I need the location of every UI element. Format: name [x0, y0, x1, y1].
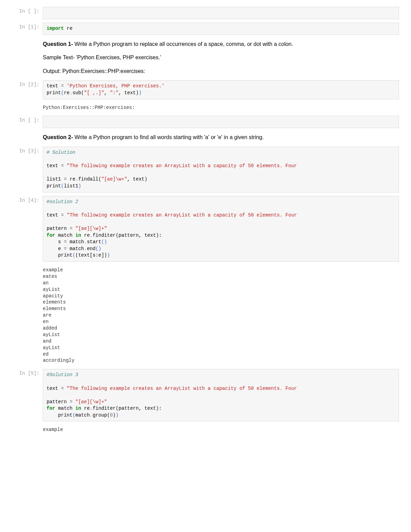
sample-text: Sample Text- 'Python Exercises, PHP exer…: [43, 53, 399, 62]
code-cell-empty-2: In [ ]:: [7, 116, 399, 128]
code-editor[interactable]: #solution 2 text = "The following exampl…: [43, 196, 399, 262]
text-content: Question 1- Write a Python program to re…: [43, 38, 399, 77]
markdown-cell-q2: Question 2- Write a Python program to fi…: [7, 132, 399, 143]
code-cell-empty-1: In [ ]:: [7, 7, 399, 19]
question-text: Write a Python program to replace all oc…: [73, 41, 293, 47]
prompt: In [5]:: [7, 369, 43, 421]
input-area[interactable]: [43, 7, 399, 19]
input-area[interactable]: #solution 2 text = "The following exampl…: [43, 196, 399, 262]
output-text: example eates an ayList apacity elements…: [43, 265, 399, 366]
prompt-empty: [7, 38, 43, 77]
input-area[interactable]: text = 'Python Exercises, PHP exercises.…: [43, 80, 399, 99]
prompt-empty: [7, 425, 43, 435]
code-editor[interactable]: #Solution 3 text = "The following exampl…: [43, 369, 399, 421]
question-title: Question 1-: [43, 41, 73, 47]
input-area[interactable]: import re: [43, 23, 399, 35]
prompt-empty: [7, 103, 43, 113]
prompt: In [3]:: [7, 147, 43, 193]
output-text: example: [43, 425, 399, 435]
markdown-cell-q1: Question 1- Write a Python program to re…: [7, 38, 399, 77]
input-area[interactable]: #Solution 3 text = "The following exampl…: [43, 369, 399, 421]
output-cell-5: example: [7, 425, 399, 435]
output-cell-4: example eates an ayList apacity elements…: [7, 265, 399, 366]
question-title: Question 2-: [43, 134, 73, 140]
code-editor[interactable]: [43, 7, 399, 19]
prompt-empty: [7, 132, 43, 143]
prompt-empty: [7, 265, 43, 366]
code-editor[interactable]: # Solution text = "The following example…: [43, 147, 399, 193]
output-area: example: [43, 425, 399, 435]
input-area[interactable]: # Solution text = "The following example…: [43, 147, 399, 193]
prompt: In [ ]:: [7, 7, 43, 19]
prompt: In [4]:: [7, 196, 43, 262]
output-text: Output: Python:Exercises::PHP:exercises:: [43, 67, 399, 76]
code-cell-1: In [1]: import re: [7, 23, 399, 35]
prompt: In [1]:: [7, 23, 43, 35]
output-text: Python:Exercises::PHP:exercises:: [43, 103, 399, 113]
code-editor[interactable]: text = 'Python Exercises, PHP exercises.…: [43, 80, 399, 99]
question-text: Write a Python program to find all words…: [73, 134, 264, 140]
prompt: In [ ]:: [7, 116, 43, 128]
code-cell-5: In [5]: #Solution 3 text = "The followin…: [7, 369, 399, 421]
code-cell-3: In [3]: # Solution text = "The following…: [7, 147, 399, 193]
output-cell-2: Python:Exercises::PHP:exercises:: [7, 103, 399, 113]
output-area: example eates an ayList apacity elements…: [43, 265, 399, 366]
code-editor[interactable]: [43, 116, 399, 128]
code-cell-4: In [4]: #solution 2 text = "The followin…: [7, 196, 399, 262]
input-area[interactable]: [43, 116, 399, 128]
text-content: Question 2- Write a Python program to fi…: [43, 132, 399, 143]
prompt: In [2]:: [7, 80, 43, 99]
output-area: Python:Exercises::PHP:exercises:: [43, 103, 399, 113]
code-editor[interactable]: import re: [43, 23, 399, 35]
code-cell-2: In [2]: text = 'Python Exercises, PHP ex…: [7, 80, 399, 99]
